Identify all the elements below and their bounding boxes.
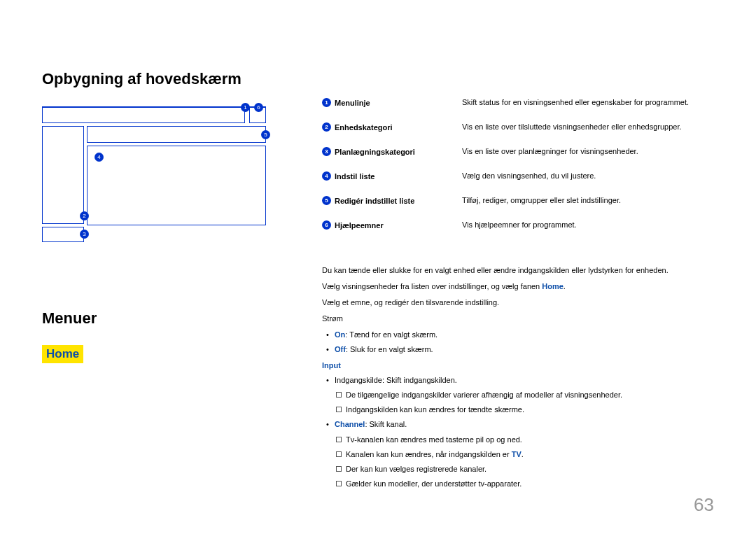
diagram-badge-1: 1 bbox=[241, 103, 250, 112]
home-tag: Home bbox=[42, 345, 83, 363]
body-p: Vælg et emne, og redigér den tilsvarende… bbox=[322, 297, 714, 309]
list: Indgangskilde: Skift indgangskilden. bbox=[322, 374, 714, 386]
diagram-badge-2: 2 bbox=[80, 211, 89, 220]
list: Channel: Skift kanal. bbox=[322, 419, 714, 430]
diagram-badge-3: 3 bbox=[80, 230, 89, 239]
page-number: 63 bbox=[694, 494, 714, 516]
list-item: Kanalen kan kun ændres, når indgangskild… bbox=[346, 449, 714, 461]
legend-desc: Vis en liste over tilsluttede visningsen… bbox=[462, 122, 714, 131]
legend-num: 4 bbox=[322, 171, 331, 181]
legend-desc: Tilføj, rediger, omgrupper eller slet in… bbox=[462, 196, 714, 204]
legend-desc: Vælg den visningsenhed, du vil justere. bbox=[462, 171, 714, 180]
section-header-strom: Strøm bbox=[322, 313, 714, 325]
legend-row: 5Redigér indstillet listeTilføj, rediger… bbox=[322, 196, 714, 205]
diagram-box-4 bbox=[87, 146, 266, 225]
heading-main: Opbygning af hovedskærm bbox=[42, 70, 273, 88]
list-item: On: Tænd for en valgt skærm. bbox=[335, 329, 714, 341]
legend-num: 2 bbox=[322, 122, 331, 132]
legend-num: 6 bbox=[322, 220, 331, 230]
sub-list: Tv-kanalen kan ændres med tasterne pil o… bbox=[322, 434, 714, 490]
list-item: De tilgængelige indgangskilder varierer … bbox=[346, 389, 714, 401]
diagram-box-2 bbox=[42, 126, 84, 224]
legend-row: 4Indstil listeVælg den visningsenhed, du… bbox=[322, 171, 714, 181]
legend-label: Redigér indstillet liste bbox=[335, 197, 414, 205]
legend-row: 1MenulinjeSkift status for en visningsen… bbox=[322, 98, 714, 107]
page-content: Opbygning af hovedskærm 1 6 5 4 2 3 Menu… bbox=[0, 0, 756, 493]
right-column: 1MenulinjeSkift status for en visningsen… bbox=[322, 70, 714, 493]
diagram-box-5 bbox=[87, 126, 266, 143]
diagram-box-3 bbox=[42, 227, 84, 242]
legend-row: 3PlanlægningskategoriVis en liste over p… bbox=[322, 147, 714, 156]
layout-diagram: 1 6 5 4 2 3 bbox=[42, 106, 266, 246]
list-item: Indgangskilden kan kun ændres for tændte… bbox=[346, 404, 714, 416]
list: On: Tænd for en valgt skærm. Off: Sluk f… bbox=[322, 329, 714, 356]
diagram-badge-4: 4 bbox=[94, 153, 104, 162]
diagram-box-1 bbox=[42, 106, 245, 123]
legend-label: Planlægningskategori bbox=[335, 148, 415, 156]
left-column: Opbygning af hovedskærm 1 6 5 4 2 3 Menu… bbox=[42, 70, 273, 493]
legend-desc: Vis hjælpeemner for programmet. bbox=[462, 220, 714, 229]
diagram-badge-5: 5 bbox=[261, 130, 270, 139]
legend-num: 3 bbox=[322, 147, 331, 156]
legend-row: 6HjælpeemnerVis hjælpeemner for programm… bbox=[322, 220, 714, 230]
legend-table: 1MenulinjeSkift status for en visningsen… bbox=[322, 98, 714, 230]
legend-label: Indstil liste bbox=[335, 172, 374, 181]
body-p: Vælg visningsenheder fra listen over ind… bbox=[322, 281, 714, 293]
list-item: Channel: Skift kanal. bbox=[335, 419, 714, 430]
legend-num: 5 bbox=[322, 196, 331, 205]
heading-menuer: Menuer bbox=[42, 309, 273, 328]
legend-label: Hjælpeemner bbox=[335, 221, 384, 230]
legend-label: Enhedskategori bbox=[335, 123, 393, 132]
legend-desc: Vis en liste over planlægninger for visn… bbox=[462, 147, 714, 155]
list-item: Tv-kanalen kan ændres med tasterne pil o… bbox=[346, 434, 714, 446]
legend-label: Menulinje bbox=[335, 99, 370, 107]
list-item: Off: Sluk for en valgt skærm. bbox=[335, 344, 714, 356]
legend-row: 2EnhedskategoriVis en liste over tilslut… bbox=[322, 122, 714, 132]
sub-list: De tilgængelige indgangskilder varierer … bbox=[322, 389, 714, 416]
legend-desc: Skift status for en visningsenhed eller … bbox=[462, 98, 714, 106]
list-item: Gælder kun modeller, der understøtter tv… bbox=[346, 478, 714, 490]
legend-num: 1 bbox=[322, 98, 331, 107]
body-p: Du kan tænde eller slukke for en valgt e… bbox=[322, 265, 714, 276]
diagram-badge-6: 6 bbox=[254, 103, 263, 112]
list-item: Indgangskilde: Skift indgangskilden. bbox=[335, 374, 714, 386]
section-header-input: Input bbox=[322, 360, 714, 372]
list-item: Der kan kun vælges registrerede kanaler. bbox=[346, 463, 714, 475]
body-text: Du kan tænde eller slukke for en valgt e… bbox=[322, 265, 714, 490]
